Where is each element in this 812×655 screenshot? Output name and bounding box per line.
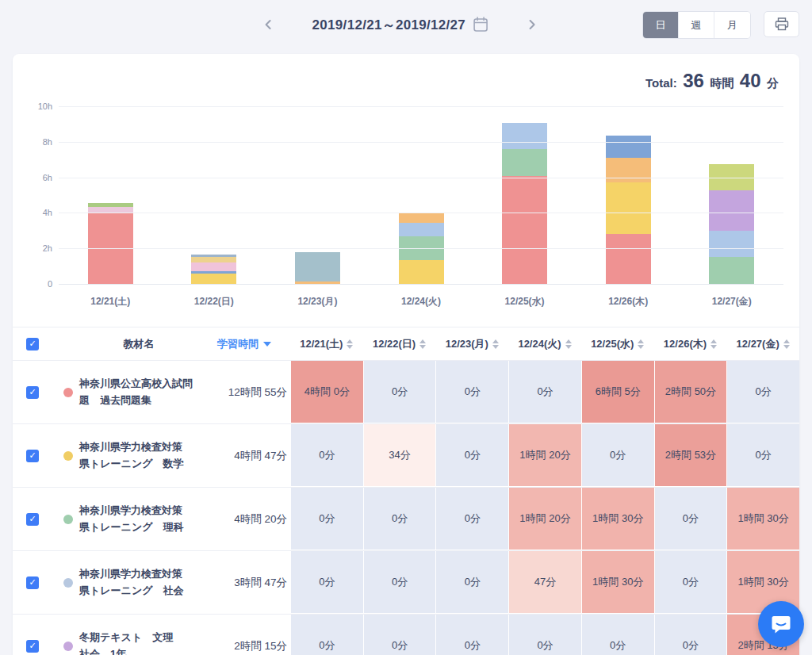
name-header-label: 教材名: [124, 337, 155, 351]
select-all-checkbox[interactable]: ✓: [26, 338, 39, 350]
bar-segment: [606, 234, 651, 284]
row-checkbox[interactable]: ✓: [26, 386, 39, 399]
chat-widget-button[interactable]: [758, 601, 804, 647]
view-toggle-週[interactable]: 週: [679, 12, 714, 38]
sort-desc-icon: [263, 342, 271, 347]
table-row: ✓神奈川県学力検査対策 県トレーニング 理科4時間 20分0分0分0分1時間 2…: [13, 488, 799, 551]
row-checkbox[interactable]: ✓: [26, 576, 39, 589]
subject-name-cell: 冬期テキスト 文理 社会 1年: [79, 615, 198, 655]
day-header-12/23[interactable]: 12/23(月): [435, 337, 508, 351]
view-toggle-group: 日週月: [642, 11, 751, 39]
day-value-cell: 0分: [290, 551, 363, 614]
day-value-cell: 34分: [363, 424, 436, 487]
day-value-cell: 0分: [508, 361, 581, 423]
day-value-cell: 0分: [435, 488, 508, 550]
prev-date-button[interactable]: [259, 13, 279, 36]
sort-up-arrow: [419, 339, 426, 343]
stacked-bar[interactable]: [191, 255, 236, 284]
day-value-cell: 1時間 20分: [508, 488, 581, 550]
stacked-bar[interactable]: [709, 164, 754, 284]
bar-segment: [88, 207, 133, 213]
chart-x-axis: 12/21(土)12/22(日)12/23(月)12/24(火)12/25(水)…: [59, 295, 783, 308]
sort-icon: [347, 339, 353, 349]
day-value-cell: 0分: [726, 361, 799, 423]
view-toggle-日[interactable]: 日: [643, 12, 679, 38]
sort-up-arrow: [638, 339, 644, 343]
subject-name-cell: 神奈川県学力検査対策 県トレーニング 社会: [79, 551, 198, 614]
subject-color-cell: [57, 615, 79, 655]
y-axis-label: 4h: [43, 208, 52, 217]
day-header-12/25[interactable]: 12/25(水): [581, 337, 654, 351]
view-toggle-月[interactable]: 月: [714, 12, 750, 38]
bar-segment: [709, 257, 754, 284]
select-all-cell: ✓: [13, 338, 57, 350]
bar-segment: [191, 262, 236, 271]
table-row: ✓冬期テキスト 文理 社会 1年2時間 15分0分0分0分0分0分0分2時間 1…: [13, 615, 799, 655]
day-value-cell: 0分: [290, 615, 363, 655]
day-value-cell: 0分: [726, 424, 799, 487]
chat-bubble-icon: [770, 613, 792, 635]
stacked-bar[interactable]: [295, 252, 340, 284]
day-value-cell: 0分: [363, 551, 436, 614]
row-checkbox[interactable]: ✓: [26, 450, 39, 462]
day-header-12/22[interactable]: 12/22(日): [363, 337, 436, 351]
day-header-12/27[interactable]: 12/27(金): [726, 337, 799, 351]
sort-down-arrow: [565, 345, 572, 349]
subject-color-cell: [57, 551, 79, 614]
row-total-time: 4時間 47分: [234, 449, 287, 463]
bar-segment: [191, 257, 236, 262]
row-checkbox[interactable]: ✓: [26, 513, 39, 526]
print-button[interactable]: [764, 11, 799, 37]
sort-down-arrow: [492, 345, 499, 349]
row-total-time: 3時間 47分: [234, 576, 287, 590]
day-header-12/24[interactable]: 12/24(火): [508, 337, 581, 351]
row-checkbox[interactable]: ✓: [26, 640, 39, 653]
day-value-cell: 0分: [363, 615, 436, 655]
total-hours: 36: [683, 70, 704, 91]
sort-icon: [638, 339, 644, 349]
chart-bar-column: [473, 106, 576, 284]
toolbar: 2019/12/21～2019/12/27 日週月: [0, 0, 812, 49]
day-header-12/26[interactable]: 12/26(木): [654, 337, 727, 351]
gridline: [59, 142, 783, 143]
sort-icon: [492, 339, 499, 349]
stacked-bar[interactable]: [606, 136, 651, 284]
stacked-bar[interactable]: [502, 123, 547, 284]
sort-down-arrow: [783, 345, 790, 349]
sort-up-arrow: [565, 339, 572, 343]
chart-bar-column: [370, 106, 473, 284]
bar-segment: [399, 260, 444, 284]
x-axis-label: 12/24(火): [370, 295, 473, 308]
day-value-cell: 1時間 20分: [508, 424, 581, 487]
row-checkbox-cell: ✓: [13, 551, 57, 614]
day-value-cell: 47分: [508, 551, 581, 614]
day-header-label: 12/25(水): [591, 337, 634, 351]
subject-color-dot: [63, 515, 73, 524]
stacked-bar[interactable]: [88, 203, 133, 284]
row-checkbox-cell: ✓: [13, 361, 57, 423]
row-total-cell: 12時間 55分: [198, 361, 290, 423]
study-time-chart: 10h8h6h4h2h0 12/21(土)12/22(日)12/23(月)12/…: [21, 103, 783, 316]
time-header-cell[interactable]: 学習時間: [198, 337, 290, 351]
day-value-cell: 0分: [363, 361, 436, 423]
day-value-cell: 0分: [435, 551, 508, 614]
day-header-12/21[interactable]: 12/21(土): [290, 337, 363, 351]
sort-up-arrow: [783, 339, 790, 343]
day-value-cell: 2時間 50分: [654, 361, 727, 423]
bar-segment: [502, 123, 547, 150]
subject-color-cell: [57, 488, 79, 550]
sort-icon: [710, 339, 717, 349]
day-value-cell: 0分: [290, 488, 363, 550]
next-date-button[interactable]: [522, 13, 542, 36]
day-value-cell: 2時間 53分: [654, 424, 727, 487]
y-axis-label: 0: [48, 279, 52, 289]
day-value-cell: 0分: [435, 424, 508, 487]
sort-down-arrow: [347, 345, 353, 349]
report-card: Total: 36 時間 40 分 10h8h6h4h2h0 12/21(土)1…: [13, 54, 799, 655]
x-axis-label: 12/21(土): [59, 295, 163, 308]
day-value-cell: 0分: [654, 488, 727, 550]
date-range-label: 2019/12/21～2019/12/27: [312, 16, 465, 34]
calendar-icon[interactable]: [473, 17, 488, 33]
name-header-cell[interactable]: 教材名: [79, 337, 198, 351]
day-value-cell: 0分: [290, 424, 363, 487]
